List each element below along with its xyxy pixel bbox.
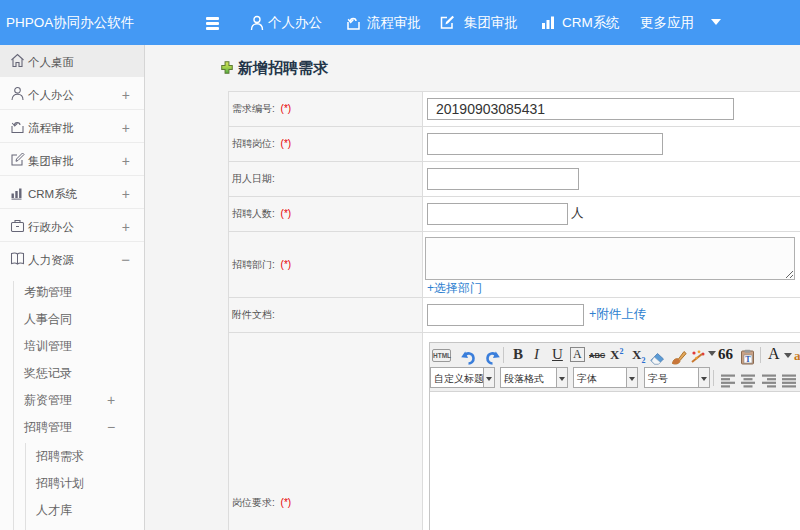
svg-text:T: T [745,355,751,364]
